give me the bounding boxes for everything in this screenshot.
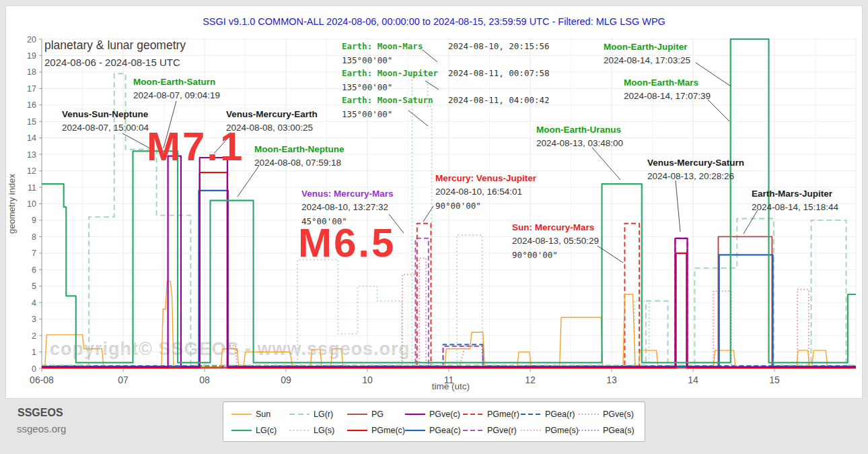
svg-text:3: 3 xyxy=(32,315,36,324)
legend-line-sample xyxy=(521,428,541,432)
legend-item-PGve(r): PGve(r) xyxy=(463,426,521,435)
legend-label: PGea(s) xyxy=(603,426,635,435)
legend-item-PGea(c): PGea(c) xyxy=(405,426,463,435)
svg-text:10: 10 xyxy=(362,375,373,385)
leader-line xyxy=(408,110,428,126)
legend-label: PGme(c) xyxy=(371,426,405,435)
legend-line-sample xyxy=(231,428,252,432)
leader-line xyxy=(708,100,729,121)
legend-item-LG(r): LG(r) xyxy=(289,410,347,419)
legend-line-sample xyxy=(289,412,310,416)
svg-text:09: 09 xyxy=(281,375,291,385)
ssgi-chart-page: SSGI v9.1.0 COMMON-ALL 2024-08-06, 00:00… xyxy=(0,0,868,454)
svg-text:16: 16 xyxy=(27,100,36,110)
svg-text:07: 07 xyxy=(118,375,129,385)
legend-item-PGve(c): PGve(c) xyxy=(405,410,463,419)
svg-text:13: 13 xyxy=(27,150,36,160)
legend-item-PGea(r): PGea(r) xyxy=(521,410,579,419)
legend-item-PGme(c): PGme(c) xyxy=(347,426,405,435)
svg-text:06-08: 06-08 xyxy=(30,375,54,385)
svg-text:5: 5 xyxy=(32,282,36,291)
leader-line xyxy=(744,210,758,234)
legend-label: PGea(c) xyxy=(429,426,461,435)
legend-label: PGve(r) xyxy=(487,426,517,435)
legend-label: LG(s) xyxy=(314,426,334,435)
legend-item-PGea(s): PGea(s) xyxy=(579,426,637,435)
chart-legend: SunLG(r)PGPGve(c)PGme(r)PGea(r)PGve(s)LG… xyxy=(223,401,645,442)
svg-text:6: 6 xyxy=(32,265,36,275)
legend-label: PGme(r) xyxy=(487,410,519,419)
leader-line xyxy=(423,50,437,62)
leader-line xyxy=(238,166,259,197)
site-url: ssgeos.org xyxy=(17,423,66,434)
svg-text:19: 19 xyxy=(27,51,36,61)
leader-line xyxy=(696,63,731,86)
legend-line-sample xyxy=(463,412,483,416)
svg-text:12: 12 xyxy=(27,166,36,176)
legend-line-sample xyxy=(347,428,367,432)
svg-text:14: 14 xyxy=(27,133,36,143)
leader-line xyxy=(214,133,232,154)
legend-item-PGme(r): PGme(r) xyxy=(463,410,521,419)
svg-text:18: 18 xyxy=(27,67,36,77)
legend-line-sample xyxy=(463,428,483,432)
leader-line xyxy=(592,148,620,180)
svg-text:15: 15 xyxy=(769,375,780,385)
svg-text:7: 7 xyxy=(32,249,36,258)
svg-text:2: 2 xyxy=(32,331,36,341)
svg-text:08: 08 xyxy=(199,375,210,385)
legend-line-sample xyxy=(231,412,252,416)
legend-item-LG(s): LG(s) xyxy=(289,426,347,435)
svg-text:1: 1 xyxy=(32,348,36,357)
svg-text:8: 8 xyxy=(32,232,36,242)
leader-line xyxy=(423,206,433,222)
legend-line-sample xyxy=(405,412,425,416)
legend-line-sample xyxy=(347,412,367,416)
legend-label: PG xyxy=(371,410,384,419)
legend-label: PGea(r) xyxy=(545,410,575,419)
legend-line-sample xyxy=(405,428,425,432)
legend-label: LG(r) xyxy=(314,410,333,419)
svg-text:13: 13 xyxy=(606,375,617,385)
legend-line-sample xyxy=(521,412,541,416)
leader-line xyxy=(122,133,155,151)
legend-item-LG(c): LG(c) xyxy=(231,426,289,435)
legend-item-PGve(s): PGve(s) xyxy=(579,410,637,419)
legend-line-sample xyxy=(289,428,310,432)
svg-text:20: 20 xyxy=(27,35,36,44)
svg-text:11: 11 xyxy=(28,183,36,193)
legend-line-sample xyxy=(579,412,599,416)
leader-line xyxy=(389,214,404,233)
legend-label: Sun xyxy=(256,410,270,419)
legend-line-sample xyxy=(579,428,599,432)
svg-text:14: 14 xyxy=(688,375,698,385)
legend-label: PGve(c) xyxy=(429,410,460,419)
svg-text:12: 12 xyxy=(525,375,536,385)
legend-item-PG: PG xyxy=(347,410,405,419)
legend-item-PGme(s): PGme(s) xyxy=(521,426,579,435)
svg-text:17: 17 xyxy=(27,84,36,94)
svg-text:9: 9 xyxy=(32,216,36,225)
leader-line xyxy=(164,101,176,148)
svg-text:15: 15 xyxy=(27,117,36,127)
legend-label: LG(c) xyxy=(256,426,277,435)
brand-logo: SSGEOS xyxy=(17,407,63,419)
svg-text:10: 10 xyxy=(27,199,36,209)
x-axis-label: time (utc) xyxy=(404,381,498,391)
plot-area: 0123456789101112131415161718192006-08070… xyxy=(0,0,868,400)
legend-label: PGme(s) xyxy=(545,426,579,435)
legend-item-Sun: Sun xyxy=(231,410,289,419)
svg-text:0: 0 xyxy=(32,364,36,374)
legend-label: PGve(s) xyxy=(603,410,634,419)
y-axis-label: geometry index xyxy=(7,167,17,241)
svg-text:4: 4 xyxy=(32,298,36,308)
leader-line xyxy=(676,181,680,232)
footer: SSGEOS ssgeos.org SunLG(r)PGPGve(c)PGme(… xyxy=(0,399,868,454)
